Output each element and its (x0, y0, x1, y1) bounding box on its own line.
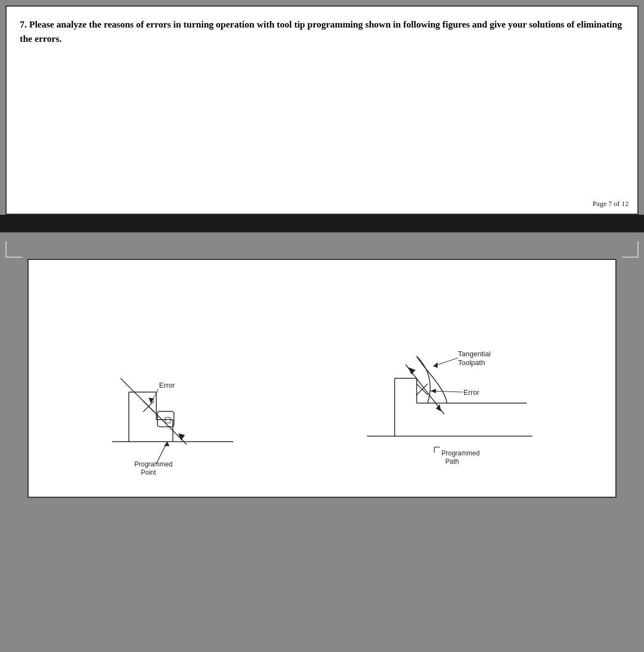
left-programmed-point-label2: Point (141, 469, 156, 476)
top-page: 7. Please analyze the reasons of errors … (6, 6, 638, 215)
left-programmed-point-label: Programmed (134, 460, 172, 468)
corner-bracket-right (622, 241, 638, 258)
svg-rect-7 (165, 417, 171, 423)
left-error-label: Error (159, 381, 176, 389)
svg-marker-29 (430, 389, 436, 393)
dark-band (0, 215, 644, 232)
right-toolpath-label: Toolpath (458, 358, 485, 367)
corner-bracket-left (6, 241, 22, 258)
svg-marker-24 (436, 404, 441, 411)
svg-marker-25 (408, 367, 416, 374)
figure-left: Error Programmed Point (101, 293, 244, 480)
second-page-area: Error Programmed Point (0, 232, 644, 652)
svg-marker-27 (433, 362, 438, 368)
right-error-label: Error (463, 388, 480, 396)
question-text: 7. Please analyze the reasons of errors … (20, 18, 624, 46)
right-tangential-label: Tangential (458, 350, 490, 358)
figures-inner: Error Programmed Point (45, 271, 599, 480)
svg-rect-6 (157, 411, 174, 427)
page-footer: Page 7 of 12 (593, 199, 629, 208)
figure-right: Tangential Toolpath Error Programmed Pat… (356, 293, 543, 480)
right-programmed-path-label: Programmed (441, 449, 479, 457)
second-page-container: Error Programmed Point (6, 232, 638, 503)
right-path-label: Path (445, 458, 459, 465)
figures-box: Error Programmed Point (28, 259, 616, 498)
